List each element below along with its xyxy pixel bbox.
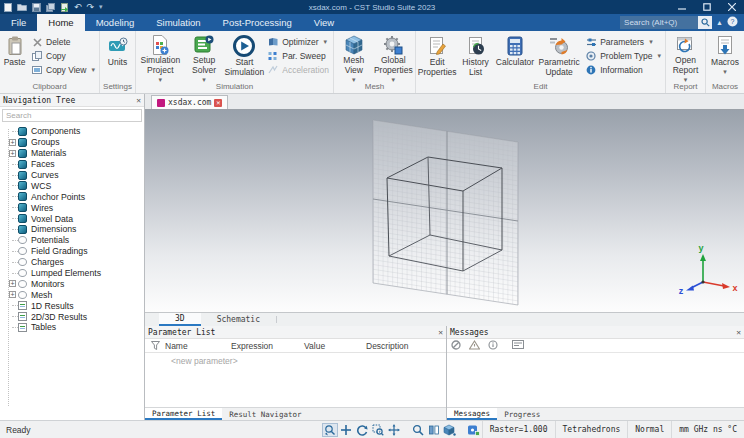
zoom-icon[interactable]	[410, 423, 426, 437]
tree-item-wires[interactable]: Wires	[4, 202, 144, 213]
edit-properties-button[interactable]: Edit Properties	[417, 33, 457, 81]
raster-icon[interactable]	[466, 423, 482, 437]
tab-progress[interactable]: Progress	[497, 408, 547, 420]
delete-button[interactable]: Delete	[28, 35, 98, 49]
column-value[interactable]: Value	[300, 341, 362, 351]
expand-icon[interactable]	[9, 280, 16, 287]
tab-modeling[interactable]: Modeling	[85, 14, 146, 31]
setup-solver-button[interactable]: Setup Solver	[184, 33, 225, 81]
ribbon-search[interactable]	[620, 16, 712, 29]
navigation-tree-search[interactable]	[2, 109, 142, 122]
mesh-view-button[interactable]: Mesh View	[335, 33, 373, 81]
expand-icon[interactable]	[9, 139, 16, 146]
tree-item-mesh[interactable]: Mesh	[4, 289, 144, 300]
calculator-button[interactable]: Calculator	[494, 33, 536, 81]
qat-customize-icon[interactable]: ▾	[99, 3, 103, 11]
open-icon[interactable]	[17, 3, 27, 11]
acceleration-button[interactable]: Acceleration	[264, 63, 332, 77]
expand-icon[interactable]	[9, 291, 16, 298]
tree-item-field-gradings[interactable]: Field Gradings	[4, 246, 144, 257]
bounding-box-icon[interactable]	[442, 423, 458, 437]
warnings-filter-icon[interactable]	[469, 340, 480, 352]
tree-item-charges[interactable]: Charges	[4, 257, 144, 268]
viewport-3d[interactable]: y x z	[145, 110, 744, 312]
import-icon[interactable]	[60, 3, 69, 12]
tab-file[interactable]: File	[0, 14, 37, 31]
history-list-button[interactable]: History List	[457, 33, 494, 81]
pick-zoom-icon[interactable]	[322, 423, 338, 437]
tree-item-monitors[interactable]: Monitors	[4, 278, 144, 289]
maximize-button[interactable]	[694, 0, 719, 14]
units-button[interactable]: Units	[101, 33, 134, 81]
close-button[interactable]	[719, 0, 744, 14]
minimize-button[interactable]	[669, 0, 694, 14]
column-name[interactable]: Name	[161, 341, 227, 351]
tree-item-curves[interactable]: Curves	[4, 170, 144, 181]
tree-item-components[interactable]: Components	[4, 126, 144, 137]
save-icon[interactable]	[32, 3, 41, 12]
status-units[interactable]: mm GHz ns °C	[671, 421, 744, 438]
collapse-ribbon-icon[interactable]: ▲	[716, 19, 723, 26]
undo-icon[interactable]: ↶	[74, 3, 82, 12]
tree-item-2d3d-results[interactable]: 2D/3D Results	[4, 311, 144, 322]
pan-icon[interactable]	[386, 423, 402, 437]
start-simulation-button[interactable]: Start Simulation	[225, 33, 265, 81]
tree-item-lumped-elements[interactable]: Lumped Elements	[4, 268, 144, 279]
new-file-icon[interactable]	[4, 3, 12, 12]
column-description[interactable]: Description	[362, 341, 446, 351]
macros-button[interactable]: Macros	[707, 33, 743, 81]
tab-schematic[interactable]: Schematic	[201, 313, 276, 326]
tree-item-materials[interactable]: Materials	[4, 148, 144, 159]
global-properties-button[interactable]: Global Properties	[373, 33, 414, 81]
tab-parameter-list[interactable]: Parameter List	[145, 408, 222, 420]
search-input[interactable]	[620, 18, 698, 27]
copy-view-button[interactable]: Copy View	[28, 63, 98, 77]
zoom-window-icon[interactable]	[370, 423, 386, 437]
tree-item-1d-results[interactable]: 1D Results	[4, 300, 144, 311]
tab-post-processing[interactable]: Post-Processing	[212, 14, 303, 31]
tab-home[interactable]: Home	[37, 14, 84, 31]
message-log-icon[interactable]	[512, 340, 524, 351]
info-filter-icon[interactable]	[488, 340, 498, 352]
tree-item-groups[interactable]: Groups	[4, 137, 144, 148]
tree-item-faces[interactable]: Faces	[4, 159, 144, 170]
tree-item-anchor-points[interactable]: Anchor Points	[4, 191, 144, 202]
navigation-tree-close-icon[interactable]: ✕	[136, 96, 141, 105]
status-raster[interactable]: Raster=1.000	[482, 421, 555, 438]
parametric-update-button[interactable]: Parametric Update	[536, 33, 582, 81]
tree-item-tables[interactable]: Tables	[4, 322, 144, 333]
document-tab[interactable]: xsdax.com ✕	[151, 95, 228, 109]
status-mesh-type[interactable]: Tetrahedrons	[555, 421, 628, 438]
tree-search-input[interactable]	[3, 111, 141, 120]
new-parameter-row[interactable]: <new parameter>	[145, 353, 446, 366]
paste-button[interactable]: Paste	[1, 33, 28, 81]
copy-button[interactable]: Copy	[28, 49, 98, 63]
filter-icon[interactable]	[145, 341, 161, 350]
expand-icon[interactable]	[9, 150, 16, 157]
tree-item-dimensions[interactable]: Dimensions	[4, 224, 144, 235]
optimizer-button[interactable]: Optimizer	[264, 35, 332, 49]
tree-item-voxel-data[interactable]: Voxel Data	[4, 213, 144, 224]
tab-3d[interactable]: 3D	[159, 313, 201, 326]
open-report-button[interactable]: Open Report	[667, 33, 704, 81]
tab-simulation[interactable]: Simulation	[145, 14, 211, 31]
parameter-list-close-icon[interactable]: ✕	[438, 328, 443, 337]
par-sweep-button[interactable]: Par. Sweep	[264, 49, 332, 63]
errors-filter-icon[interactable]	[451, 340, 461, 352]
column-expression[interactable]: Expression	[227, 341, 300, 351]
move-icon[interactable]	[338, 423, 354, 437]
simulation-project-button[interactable]: Simulation Project	[137, 33, 184, 81]
document-tab-close-icon[interactable]: ✕	[214, 99, 222, 107]
tree-item-potentials[interactable]: Potentials	[4, 235, 144, 246]
help-icon[interactable]: ?	[727, 16, 738, 29]
save-all-icon[interactable]	[46, 3, 55, 12]
search-icon[interactable]	[698, 16, 712, 29]
tab-view[interactable]: View	[303, 14, 345, 31]
tree-item-wcs[interactable]: WCS	[4, 180, 144, 191]
status-mode[interactable]: Normal	[627, 421, 671, 438]
split-view-icon[interactable]	[426, 423, 442, 437]
messages-close-icon[interactable]: ✕	[736, 328, 741, 337]
information-button[interactable]: Information	[582, 63, 664, 77]
rotate-icon[interactable]	[354, 423, 370, 437]
problem-type-button[interactable]: Problem Type	[582, 49, 664, 63]
